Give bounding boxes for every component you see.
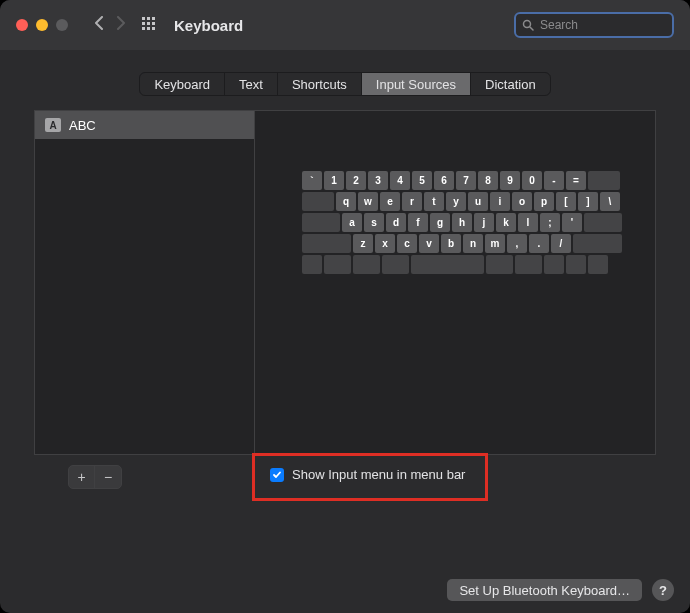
traffic-lights	[16, 19, 68, 31]
modifier-key	[588, 171, 620, 190]
key: s	[364, 213, 384, 232]
key: 8	[478, 171, 498, 190]
key: `	[302, 171, 322, 190]
modifier-key	[588, 255, 608, 274]
show-input-menu-row: Show Input menu in menu bar	[256, 455, 479, 494]
modifier-key	[515, 255, 542, 274]
key: u	[468, 192, 488, 211]
tab-bar: KeyboardTextShortcutsInput SourcesDictat…	[0, 50, 690, 110]
modifier-key	[544, 255, 564, 274]
key: [	[556, 192, 576, 211]
key: f	[408, 213, 428, 232]
show-input-menu-label: Show Input menu in menu bar	[292, 467, 465, 482]
tab-shortcuts[interactable]: Shortcuts	[278, 73, 362, 95]
key: o	[512, 192, 532, 211]
key: v	[419, 234, 439, 253]
spacebar-key	[411, 255, 484, 274]
key: y	[446, 192, 466, 211]
input-sources-list[interactable]: A ABC	[35, 111, 255, 454]
modifier-key	[302, 192, 334, 211]
modifier-key	[573, 234, 622, 253]
keyboard-layout: `1234567890-=qwertyuiop[]\asdfghjkl;'zxc…	[302, 171, 608, 454]
key: z	[353, 234, 373, 253]
tab-input-sources[interactable]: Input Sources	[362, 73, 471, 95]
key: i	[490, 192, 510, 211]
input-source-item[interactable]: A ABC	[35, 111, 254, 139]
show-all-icon[interactable]	[142, 17, 158, 33]
search-field[interactable]	[514, 12, 674, 38]
help-button[interactable]: ?	[652, 579, 674, 601]
remove-source-button[interactable]: −	[95, 466, 121, 488]
key: =	[566, 171, 586, 190]
key: 7	[456, 171, 476, 190]
key: m	[485, 234, 505, 253]
keyboard-preview: `1234567890-=qwertyuiop[]\asdfghjkl;'zxc…	[255, 111, 655, 454]
close-window-icon[interactable]	[16, 19, 28, 31]
zoom-window-icon	[56, 19, 68, 31]
key: 5	[412, 171, 432, 190]
key: h	[452, 213, 472, 232]
modifier-key	[324, 255, 351, 274]
titlebar: Keyboard	[0, 0, 690, 50]
key: d	[386, 213, 406, 232]
key: e	[380, 192, 400, 211]
tab-keyboard[interactable]: Keyboard	[140, 73, 225, 95]
key: g	[430, 213, 450, 232]
key: /	[551, 234, 571, 253]
lang-badge-icon: A	[45, 118, 61, 132]
minimize-window-icon[interactable]	[36, 19, 48, 31]
modifier-key	[302, 234, 351, 253]
modifier-key	[486, 255, 513, 274]
tab-dictation[interactable]: Dictation	[471, 73, 550, 95]
key: 0	[522, 171, 542, 190]
add-source-button[interactable]: +	[69, 466, 95, 488]
key: j	[474, 213, 494, 232]
panel-footer: + − Show Input menu in menu bar	[34, 455, 656, 489]
modifier-key	[302, 213, 340, 232]
key: 3	[368, 171, 388, 190]
key: ,	[507, 234, 527, 253]
key: '	[562, 213, 582, 232]
back-button[interactable]	[88, 16, 110, 34]
tab-text[interactable]: Text	[225, 73, 278, 95]
modifier-key	[353, 255, 380, 274]
input-sources-panel: A ABC `1234567890-=qwertyuiop[]\asdfghjk…	[34, 110, 656, 455]
show-input-menu-checkbox[interactable]	[270, 468, 284, 482]
key: q	[336, 192, 356, 211]
svg-line-1	[530, 27, 533, 30]
modifier-key	[382, 255, 409, 274]
key: -	[544, 171, 564, 190]
key: k	[496, 213, 516, 232]
key: b	[441, 234, 461, 253]
key: l	[518, 213, 538, 232]
key: \	[600, 192, 620, 211]
key: 2	[346, 171, 366, 190]
modifier-key	[302, 255, 322, 274]
key: x	[375, 234, 395, 253]
key: n	[463, 234, 483, 253]
window-title: Keyboard	[174, 17, 243, 34]
key: 9	[500, 171, 520, 190]
input-source-label: ABC	[69, 118, 96, 133]
forward-button	[110, 16, 132, 34]
key: p	[534, 192, 554, 211]
key: c	[397, 234, 417, 253]
key: a	[342, 213, 362, 232]
bottom-bar: Set Up Bluetooth Keyboard… ?	[447, 579, 674, 601]
preferences-window: { "titlebar": { "title": "Keyboard", "se…	[0, 0, 690, 613]
key: 1	[324, 171, 344, 190]
setup-bluetooth-button[interactable]: Set Up Bluetooth Keyboard…	[447, 579, 642, 601]
modifier-key	[566, 255, 586, 274]
key: 6	[434, 171, 454, 190]
key: t	[424, 192, 444, 211]
modifier-key	[584, 213, 622, 232]
key: r	[402, 192, 422, 211]
key: .	[529, 234, 549, 253]
checkmark-icon	[272, 470, 282, 480]
key: w	[358, 192, 378, 211]
add-remove-control: + −	[68, 465, 122, 489]
svg-point-0	[524, 21, 531, 28]
search-input[interactable]	[540, 18, 690, 32]
key: 4	[390, 171, 410, 190]
key: ;	[540, 213, 560, 232]
